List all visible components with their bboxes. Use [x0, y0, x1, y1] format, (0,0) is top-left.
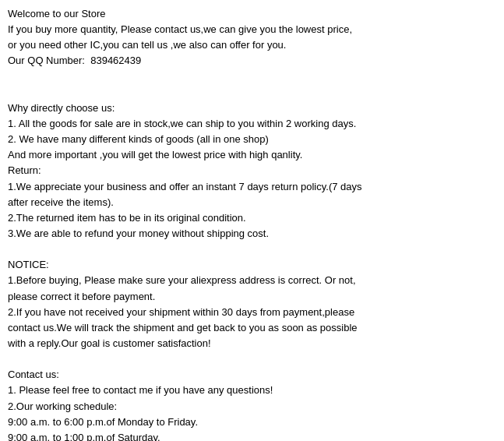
store-description: Welcome to our Store If you buy more qua…	[8, 6, 496, 441]
